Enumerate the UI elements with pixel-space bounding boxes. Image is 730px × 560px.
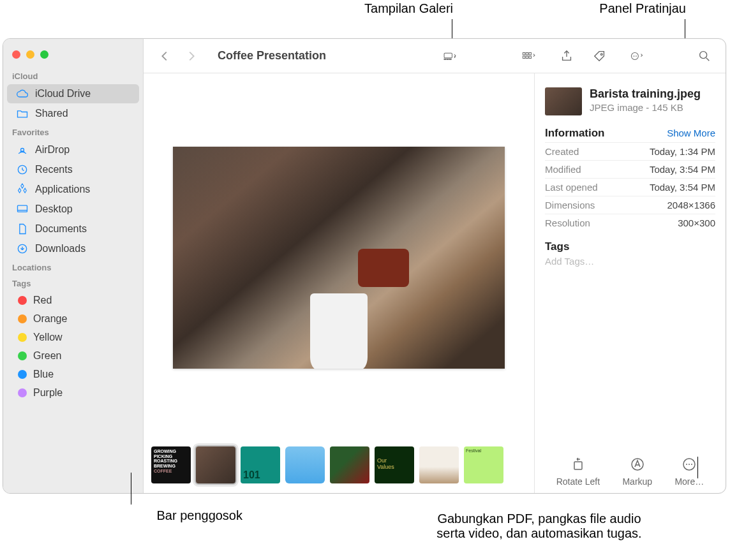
rotate-left-icon <box>569 456 587 473</box>
svg-point-19 <box>700 51 707 58</box>
tags-header: Tags <box>545 240 715 253</box>
info-row-created: CreatedToday, 1:34 PM <box>545 142 715 160</box>
toolbar: Coffee Presentation <box>144 39 726 73</box>
airdrop-icon <box>16 144 29 156</box>
sidebar-tag-orange[interactable]: Orange <box>7 310 139 328</box>
sidebar-item-applications[interactable]: Applications <box>7 180 139 199</box>
callout-gallery-view: Tampilan Galeri <box>313 1 453 16</box>
sidebar-section-icloud: iCloud <box>3 68 143 84</box>
download-icon <box>16 242 29 255</box>
sidebar-item-label: Blue <box>33 369 54 380</box>
sidebar-item-label: iCloud Drive <box>35 88 91 99</box>
svg-rect-2 <box>18 205 27 212</box>
tag-dot-icon <box>18 388 27 397</box>
fullscreen-button[interactable] <box>40 50 48 59</box>
sidebar-item-label: Red <box>33 295 52 306</box>
thumb-item[interactable] <box>330 446 369 483</box>
sidebar-section-locations: Locations <box>3 259 143 275</box>
thumb-item-folder[interactable] <box>285 446 325 483</box>
svg-rect-11 <box>523 56 525 58</box>
svg-point-14 <box>600 53 602 55</box>
desktop-icon <box>16 203 29 216</box>
sidebar-item-desktop[interactable]: Desktop <box>7 200 139 219</box>
svg-point-18 <box>636 55 637 56</box>
more-icon <box>680 456 698 473</box>
preview-file-name: Barista training.jpeg <box>590 87 701 101</box>
sidebar-item-label: AirDrop <box>35 144 70 156</box>
window-controls <box>3 44 143 68</box>
finder-window: iCloud iCloud Drive Shared Favorites Air… <box>3 38 726 494</box>
doc-icon <box>16 223 29 235</box>
sidebar-item-icloud-drive[interactable]: iCloud Drive <box>7 84 139 103</box>
search-button[interactable] <box>694 47 715 65</box>
svg-point-25 <box>691 464 692 465</box>
sidebar-item-label: Green <box>33 350 61 362</box>
svg-point-17 <box>634 55 635 56</box>
tag-dot-icon <box>18 333 27 342</box>
sidebar-section-tags: Tags <box>3 275 143 291</box>
svg-rect-12 <box>526 56 528 58</box>
thumb-item[interactable]: GROWINGPICKINGROASTINGBREWINGCOFFEE <box>151 446 191 483</box>
svg-rect-7 <box>449 59 451 59</box>
more-actions-button[interactable] <box>622 47 653 65</box>
group-by-button[interactable] <box>514 47 544 65</box>
window-title: Coffee Presentation <box>218 49 326 63</box>
sidebar-tag-blue[interactable]: Blue <box>7 365 139 383</box>
show-more-link[interactable]: Show More <box>667 128 715 138</box>
sidebar-item-label: Orange <box>33 313 67 325</box>
sidebar-item-label: Recents <box>35 164 73 175</box>
minimize-button[interactable] <box>26 50 34 59</box>
info-header: Information <box>545 127 605 140</box>
thumb-item[interactable] <box>419 446 459 483</box>
sidebar-item-label: Documents <box>35 223 87 235</box>
folder-shared-icon <box>16 107 29 120</box>
sidebar-item-label: Yellow <box>33 332 63 343</box>
selected-file-preview[interactable] <box>173 147 505 369</box>
sidebar-item-airdrop[interactable]: AirDrop <box>7 140 139 159</box>
sidebar-item-documents[interactable]: Documents <box>7 219 139 239</box>
svg-rect-13 <box>529 56 531 58</box>
info-row-resolution: Resolution300×300 <box>545 214 715 232</box>
sidebar-item-recents[interactable]: Recents <box>7 160 139 179</box>
sidebar-tag-red[interactable]: Red <box>7 291 139 309</box>
thumb-item[interactable]: Festival <box>464 446 503 483</box>
tag-dot-icon <box>18 296 27 305</box>
thumb-item[interactable] <box>196 446 235 483</box>
sidebar-tag-green[interactable]: Green <box>7 347 139 365</box>
close-button[interactable] <box>12 50 20 59</box>
info-row-modified: ModifiedToday, 3:54 PM <box>545 160 715 178</box>
svg-rect-6 <box>447 59 449 59</box>
callout-preview-panel: Panel Pratinjau <box>546 1 686 16</box>
sidebar-item-label: Applications <box>35 184 90 195</box>
svg-point-16 <box>633 55 634 56</box>
preview-thumbnail <box>545 87 582 115</box>
tag-dot-icon <box>18 370 27 379</box>
thumb-item[interactable]: OurValues <box>375 446 414 483</box>
info-row-last-opened: Last openedToday, 3:54 PM <box>545 178 715 196</box>
sidebar-tag-yellow[interactable]: Yellow <box>7 328 139 346</box>
callout-scrubber-bar: Bar penggosok <box>77 508 242 523</box>
svg-rect-8 <box>523 52 525 54</box>
svg-rect-4 <box>444 53 452 58</box>
sidebar-item-downloads[interactable]: Downloads <box>7 239 139 258</box>
clock-icon <box>16 163 29 176</box>
sidebar-item-shared[interactable]: Shared <box>7 104 139 123</box>
forward-button[interactable] <box>181 47 202 65</box>
sidebar-section-favorites: Favorites <box>3 124 143 140</box>
share-button[interactable] <box>556 47 577 65</box>
sidebar-item-label: Desktop <box>35 203 73 215</box>
thumb-item[interactable]: 101 <box>241 446 280 483</box>
sidebar-tag-purple[interactable]: Purple <box>7 384 139 402</box>
svg-rect-9 <box>526 52 528 54</box>
svg-rect-5 <box>444 59 446 59</box>
tags-button[interactable] <box>589 47 611 65</box>
sidebar: iCloud iCloud Drive Shared Favorites Air… <box>3 39 144 493</box>
sidebar-item-label: Shared <box>35 108 68 119</box>
sidebar-item-label: Downloads <box>35 243 86 254</box>
info-row-dimensions: Dimensions2048×1366 <box>545 196 715 214</box>
tag-dot-icon <box>18 351 27 360</box>
add-tags-field[interactable]: Add Tags… <box>545 256 715 267</box>
back-button[interactable] <box>154 47 175 65</box>
view-mode-gallery-button[interactable] <box>435 47 465 65</box>
cloud-icon <box>16 87 29 100</box>
